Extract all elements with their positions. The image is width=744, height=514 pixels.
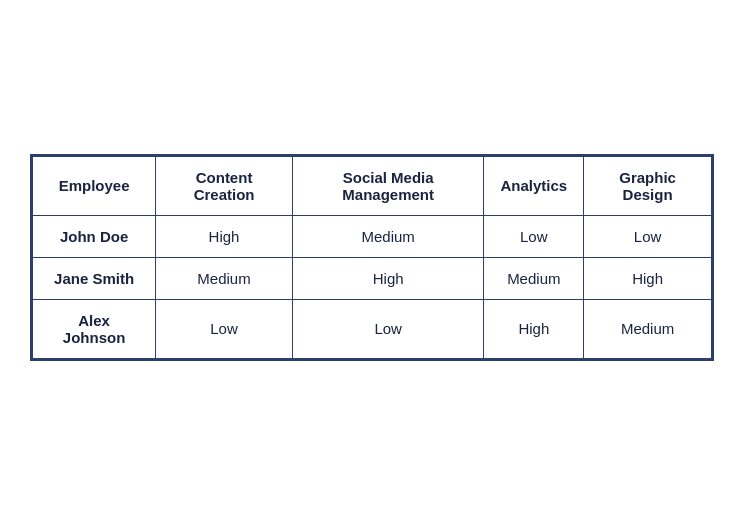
cell-social-1: Medium bbox=[292, 215, 484, 257]
cell-social-3: Low bbox=[292, 299, 484, 358]
header-employee: Employee bbox=[33, 156, 156, 215]
header-graphic-design: Graphic Design bbox=[584, 156, 712, 215]
cell-content-3: Low bbox=[156, 299, 293, 358]
cell-analytics-2: Medium bbox=[484, 257, 584, 299]
cell-content-1: High bbox=[156, 215, 293, 257]
cell-graphic-3: Medium bbox=[584, 299, 712, 358]
cell-graphic-2: High bbox=[584, 257, 712, 299]
table-row: Jane Smith Medium High Medium High bbox=[33, 257, 712, 299]
cell-analytics-3: High bbox=[484, 299, 584, 358]
cell-social-2: High bbox=[292, 257, 484, 299]
skills-table-container: Employee Content Creation Social Media M… bbox=[30, 154, 714, 361]
cell-graphic-1: Low bbox=[584, 215, 712, 257]
cell-content-2: Medium bbox=[156, 257, 293, 299]
table-row: Alex Johnson Low Low High Medium bbox=[33, 299, 712, 358]
cell-analytics-1: Low bbox=[484, 215, 584, 257]
header-social-media: Social Media Management bbox=[292, 156, 484, 215]
header-content-creation: Content Creation bbox=[156, 156, 293, 215]
skills-table: Employee Content Creation Social Media M… bbox=[32, 156, 712, 359]
header-row: Employee Content Creation Social Media M… bbox=[33, 156, 712, 215]
cell-employee-2: Jane Smith bbox=[33, 257, 156, 299]
cell-employee-3: Alex Johnson bbox=[33, 299, 156, 358]
cell-employee-1: John Doe bbox=[33, 215, 156, 257]
header-analytics: Analytics bbox=[484, 156, 584, 215]
table-row: John Doe High Medium Low Low bbox=[33, 215, 712, 257]
